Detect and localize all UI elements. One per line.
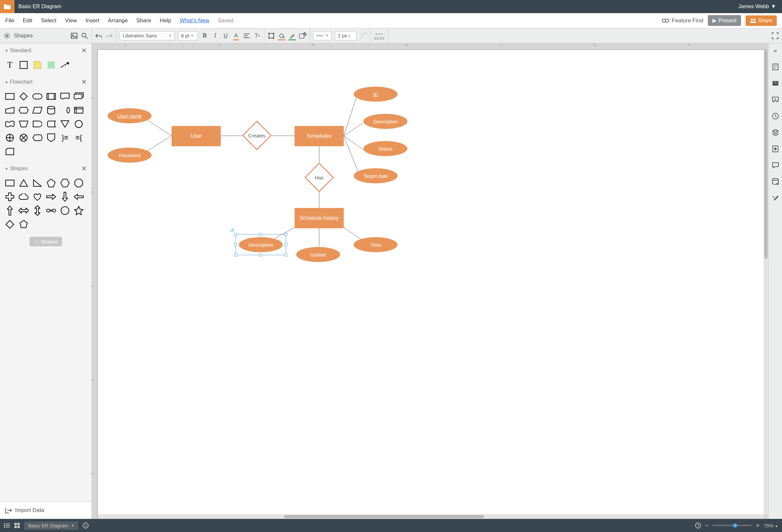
menu-file[interactable]: File — [5, 17, 14, 24]
folder-icon[interactable] — [0, 0, 14, 13]
sh-poly-ring[interactable] — [19, 219, 29, 229]
align-icon[interactable] — [243, 32, 250, 39]
collapse-right-icon[interactable]: « — [772, 46, 779, 55]
fc-brace-r[interactable]: }≡ — [60, 133, 70, 143]
present-button[interactable]: ▶ Present — [708, 15, 741, 26]
menu-view[interactable]: View — [65, 17, 77, 24]
line-width-select[interactable]: 2 px▴▾ — [335, 31, 357, 40]
fc-multidoc[interactable] — [73, 91, 84, 102]
sh-arrow-r[interactable] — [46, 191, 57, 202]
image-icon[interactable] — [71, 32, 78, 39]
italic-icon[interactable]: I — [212, 32, 219, 39]
sh-arrow-d[interactable] — [60, 191, 70, 202]
fc-directdata[interactable] — [60, 105, 70, 115]
attr-password[interactable]: Password — [108, 148, 151, 163]
sh-octagon[interactable] — [73, 178, 84, 188]
layers-icon[interactable] — [772, 129, 779, 136]
sh-link[interactable] — [46, 205, 57, 216]
fc-manualinput[interactable] — [5, 105, 15, 115]
feature-find[interactable]: Feature Find — [662, 17, 703, 24]
fc-data[interactable] — [32, 105, 43, 115]
menu-select[interactable]: Select — [41, 17, 57, 24]
undo-icon[interactable] — [95, 32, 102, 39]
attr-description[interactable]: Description — [363, 114, 407, 129]
text-options-icon[interactable]: T▾ — [254, 32, 261, 39]
redo-icon[interactable] — [106, 32, 113, 39]
sync-icon[interactable] — [695, 523, 701, 528]
magic-icon[interactable] — [772, 194, 779, 202]
entity-user[interactable]: User — [172, 126, 221, 146]
group-header-flowchart[interactable]: ▼Flowchart ✕ — [0, 75, 92, 89]
group-header-shapes[interactable]: ▼Shapes ✕ — [0, 162, 92, 176]
fc-offpage[interactable] — [46, 133, 57, 143]
fc-brace-l[interactable]: ≡{ — [73, 133, 84, 143]
sh-hexagon[interactable] — [60, 178, 70, 188]
note-icon[interactable] — [772, 63, 779, 71]
font-size-select[interactable]: 8 pt▼ — [178, 31, 198, 40]
close-icon[interactable]: ✕ — [81, 46, 87, 55]
border-color-icon[interactable] — [289, 32, 296, 39]
font-select[interactable]: Liberation Sans▼ — [120, 31, 175, 40]
quote-icon[interactable]: "" — [772, 79, 779, 87]
rel-creates[interactable]: Creates — [242, 121, 272, 150]
fc-process[interactable] — [5, 91, 15, 102]
fill-panel-icon[interactable] — [772, 145, 779, 153]
add-page-icon[interactable]: + — [83, 523, 88, 528]
menu-whats-new[interactable]: What's New — [180, 17, 209, 24]
sh-rect[interactable] — [5, 178, 15, 188]
history-icon[interactable] — [772, 112, 779, 120]
line-style-select[interactable]: ▼ — [313, 31, 332, 40]
fc-card[interactable] — [5, 146, 15, 157]
line-shape-icon[interactable] — [360, 32, 367, 39]
comment-icon[interactable] — [772, 162, 779, 169]
zoom-in-icon[interactable]: + — [756, 522, 760, 529]
zoom-level[interactable]: 75% ▼ — [763, 523, 778, 528]
sh-cloud[interactable] — [19, 191, 29, 202]
shape-frame-icon[interactable] — [268, 32, 275, 39]
menu-help[interactable]: Help — [160, 17, 171, 24]
canvas-page[interactable]: User name Password ID Description Status… — [98, 50, 763, 514]
group-header-standard[interactable]: ▼Standard ✕ — [0, 43, 92, 58]
fc-merge[interactable] — [60, 119, 70, 129]
selection-box[interactable]: ↺ — [236, 234, 286, 255]
data-icon[interactable] — [772, 178, 779, 186]
sh-right-tri[interactable] — [32, 178, 43, 188]
entity-schedules[interactable]: Schedules — [294, 126, 344, 146]
rel-has[interactable]: Has — [305, 163, 334, 192]
sh-triangle[interactable] — [19, 178, 29, 188]
grid-view-icon[interactable] — [14, 523, 20, 528]
menu-edit[interactable]: Edit — [23, 17, 32, 24]
canvas-area[interactable]: 3 4 5 6 7 8 9 2 3 4 5 6 — [92, 43, 768, 519]
shape-text[interactable]: T — [5, 60, 15, 70]
user-menu[interactable]: James Webb ▼ — [738, 4, 782, 9]
shape-rect[interactable] — [19, 60, 29, 70]
slides-icon[interactable] — [772, 96, 779, 104]
bold-icon[interactable]: B — [201, 32, 208, 39]
sh-circle[interactable] — [60, 205, 70, 216]
fc-decision[interactable] — [19, 91, 29, 102]
attr-id[interactable]: ID — [354, 86, 397, 102]
fc-tape[interactable] — [5, 119, 15, 129]
fc-sum[interactable] — [19, 133, 29, 143]
fc-display[interactable] — [32, 133, 43, 143]
import-data-button[interactable]: Import Data — [0, 501, 92, 519]
fc-terminator[interactable] — [32, 91, 43, 102]
underline-icon[interactable]: U — [222, 32, 229, 39]
sh-diamond[interactable] — [5, 219, 15, 229]
add-shapes-button[interactable]: ＋Shapes — [30, 237, 62, 246]
sh-arrow-ud[interactable] — [32, 205, 43, 216]
sh-pentagon[interactable] — [46, 178, 57, 188]
menu-arrange[interactable]: Arrange — [108, 17, 128, 24]
fc-stored[interactable] — [46, 119, 57, 129]
fc-internal[interactable] — [73, 105, 84, 115]
fc-connector[interactable] — [73, 119, 84, 129]
sh-arrow-u[interactable] — [5, 205, 15, 216]
fc-or[interactable] — [5, 133, 15, 143]
style-check-icon[interactable] — [299, 32, 306, 39]
gear-icon[interactable] — [3, 32, 10, 39]
attr-user-name[interactable]: User name — [108, 108, 151, 123]
zoom-slider[interactable] — [712, 525, 752, 526]
text-color-icon[interactable]: A — [233, 32, 240, 39]
attr-status[interactable]: Status — [363, 141, 407, 156]
fullscreen-icon[interactable] — [772, 32, 779, 39]
